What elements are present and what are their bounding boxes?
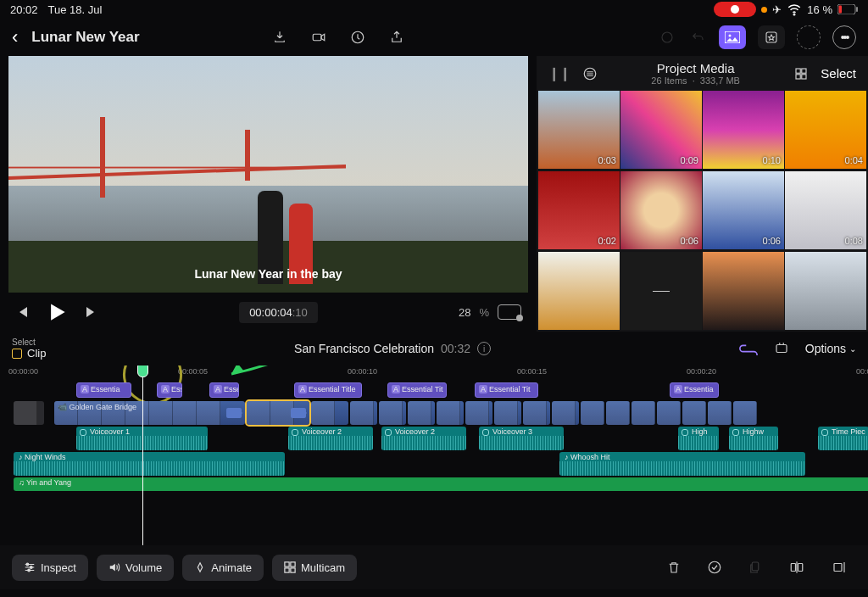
screen-recording-indicator[interactable] bbox=[714, 2, 756, 17]
snap-icon[interactable] bbox=[773, 341, 790, 356]
media-thumb[interactable] bbox=[703, 252, 784, 330]
video-clip[interactable] bbox=[657, 401, 681, 425]
sfx-clip[interactable]: ♪ Night Winds bbox=[14, 452, 285, 476]
svg-rect-19 bbox=[285, 562, 289, 566]
video-clip[interactable] bbox=[311, 401, 348, 425]
video-clip[interactable] bbox=[350, 401, 377, 425]
media-thumb[interactable]: 0:04 bbox=[785, 91, 866, 169]
timecode-display[interactable]: 00:00:04:10 bbox=[239, 302, 318, 323]
audio-clip[interactable]: Time Piec bbox=[818, 427, 868, 450]
voiceover-icon[interactable] bbox=[348, 28, 367, 47]
enable-button[interactable] bbox=[698, 553, 731, 582]
multicam-button[interactable]: Multicam bbox=[272, 555, 357, 581]
media-grid-icon[interactable] bbox=[793, 66, 809, 81]
selection-mode-label: Select bbox=[12, 338, 46, 347]
audio-clip[interactable]: Voiceover 3 bbox=[479, 427, 564, 450]
transport-bar: 00:00:04:10 28 % bbox=[0, 293, 537, 332]
svg-rect-15 bbox=[776, 345, 787, 353]
copy-button[interactable] bbox=[739, 553, 771, 582]
media-thumb[interactable] bbox=[785, 252, 866, 330]
photo-browser-button[interactable] bbox=[719, 25, 746, 49]
video-clip[interactable] bbox=[408, 401, 435, 425]
media-thumb[interactable]: 0:10 bbox=[703, 91, 784, 169]
media-thumb[interactable]: 0:08 bbox=[785, 171, 866, 249]
back-button[interactable]: ‹ bbox=[12, 26, 18, 48]
display-settings-icon[interactable] bbox=[498, 304, 521, 320]
video-clip[interactable] bbox=[606, 401, 630, 425]
trim-button[interactable] bbox=[822, 553, 856, 582]
title-clip[interactable]: AEsse bbox=[209, 382, 239, 398]
effects-icon[interactable] bbox=[797, 25, 821, 49]
video-clip[interactable]: 📹 Golden Gate Bridge bbox=[54, 401, 245, 425]
title-clip[interactable]: AEssential Tit bbox=[387, 382, 447, 398]
project-title: Lunar New Year bbox=[31, 29, 256, 46]
media-pause-icon[interactable]: ❙❙ bbox=[548, 65, 570, 81]
sequence-name: San Francisco Celebration bbox=[294, 342, 434, 355]
zoom-value[interactable]: 28 bbox=[459, 306, 470, 319]
media-select-button[interactable]: Select bbox=[821, 66, 856, 81]
video-clip[interactable] bbox=[14, 401, 44, 425]
music-track[interactable]: ♫ Yin and Yang bbox=[8, 477, 868, 491]
animate-button[interactable]: Animate bbox=[182, 555, 264, 581]
link-clips-icon[interactable] bbox=[739, 342, 758, 355]
video-clip[interactable] bbox=[708, 401, 732, 425]
video-clip[interactable] bbox=[581, 401, 604, 425]
sfx-clip[interactable]: ♪ Whoosh Hit bbox=[559, 452, 805, 476]
video-clip[interactable] bbox=[465, 401, 492, 425]
video-clip[interactable] bbox=[437, 401, 464, 425]
video-clip[interactable] bbox=[733, 401, 757, 425]
timeline[interactable]: 00:00:0000:00:0500:00:1000:00:1500:00:20… bbox=[0, 365, 868, 545]
info-icon[interactable]: i bbox=[477, 342, 491, 355]
voiceover-track[interactable]: Voiceover 1Voiceover 2Voiceover 2Voiceov… bbox=[8, 427, 868, 450]
delete-button[interactable] bbox=[658, 553, 690, 582]
video-clip[interactable] bbox=[494, 401, 521, 425]
inspect-button[interactable]: Inspect bbox=[12, 555, 88, 581]
svg-rect-24 bbox=[752, 562, 759, 571]
favorites-button[interactable] bbox=[758, 25, 785, 49]
video-clip[interactable] bbox=[379, 401, 406, 425]
sfx-track[interactable]: ♪ Night Winds♪ Whoosh Hit bbox=[8, 452, 868, 476]
video-preview[interactable]: Lunar New Year in the bay bbox=[8, 56, 528, 293]
video-clip[interactable] bbox=[523, 401, 550, 425]
prev-frame-button[interactable] bbox=[15, 305, 29, 319]
svg-rect-3 bbox=[856, 7, 858, 12]
media-thumb[interactable]: 0:09 bbox=[620, 91, 702, 169]
selection-clip-indicator[interactable]: Clip bbox=[12, 347, 46, 360]
svg-point-8 bbox=[729, 35, 732, 37]
title-clip[interactable]: AEssential Tit bbox=[475, 382, 538, 398]
audio-clip[interactable]: Voiceover 2 bbox=[288, 427, 373, 450]
timeline-header: Select Clip San Francisco Celebration 00… bbox=[0, 332, 868, 365]
video-track[interactable]: 📹 Golden Gate Bridge bbox=[8, 401, 868, 425]
media-thumb[interactable] bbox=[620, 252, 702, 330]
video-clip[interactable] bbox=[632, 401, 655, 425]
play-button[interactable] bbox=[47, 303, 66, 321]
media-thumb[interactable]: 0:02 bbox=[538, 171, 620, 249]
title-clip[interactable]: AEssentia bbox=[76, 382, 131, 398]
zoom-unit: % bbox=[479, 306, 489, 319]
next-frame-button[interactable] bbox=[85, 305, 98, 319]
title-clip[interactable]: AEssential Title bbox=[294, 382, 362, 398]
share-icon[interactable] bbox=[387, 28, 406, 47]
video-clip[interactable] bbox=[247, 401, 309, 425]
media-thumb[interactable] bbox=[538, 252, 620, 330]
media-thumb[interactable]: 0:06 bbox=[703, 171, 784, 249]
media-browser: ❙❙ Project Media 26 Items · 333,7 MB Sel… bbox=[537, 56, 868, 332]
more-menu-icon[interactable]: ••• bbox=[832, 25, 856, 49]
audio-clip[interactable]: Highw bbox=[729, 427, 778, 450]
video-clip[interactable] bbox=[682, 401, 706, 425]
camera-icon[interactable] bbox=[309, 28, 328, 47]
media-list-icon[interactable] bbox=[582, 66, 598, 81]
titles-track[interactable]: AEssentiaAEssAEsseAEssential TitleAEssen… bbox=[8, 382, 868, 399]
video-clip[interactable] bbox=[552, 401, 579, 425]
media-thumb[interactable]: 0:03 bbox=[538, 91, 620, 169]
title-clip[interactable]: AEss bbox=[157, 382, 182, 398]
audio-clip[interactable]: High bbox=[678, 427, 719, 450]
options-button[interactable]: Options⌄ bbox=[805, 342, 856, 355]
volume-button[interactable]: Volume bbox=[97, 555, 174, 581]
title-clip[interactable]: AEssentia bbox=[670, 382, 719, 398]
audio-clip[interactable]: Voiceover 2 bbox=[381, 427, 466, 450]
import-icon[interactable] bbox=[270, 28, 289, 47]
split-button[interactable] bbox=[780, 553, 814, 582]
playhead[interactable] bbox=[142, 365, 143, 545]
media-thumb[interactable]: 0:06 bbox=[620, 171, 702, 249]
